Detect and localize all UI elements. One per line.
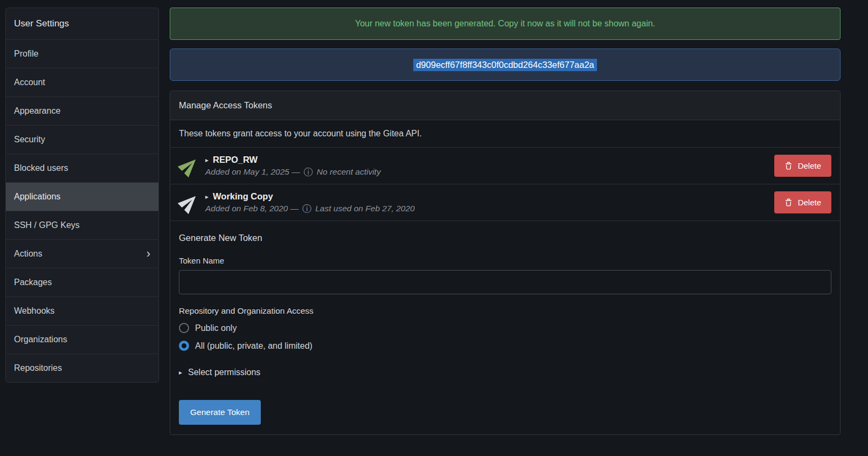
sidebar-item-profile[interactable]: Profile (6, 40, 158, 68)
sidebar-item-actions[interactable]: Actions › (6, 240, 158, 268)
sidebar-item-label: Account (14, 78, 45, 87)
delete-button-label: Delete (798, 198, 821, 207)
sidebar-item-label: Profile (14, 49, 38, 59)
chevron-right-icon: › (147, 250, 150, 258)
token-name: Working Copy (213, 191, 273, 202)
token-name-line[interactable]: ▸ Working Copy (205, 191, 415, 202)
panel-header: Manage Access Tokens (170, 91, 840, 120)
settings-sidebar: User Settings Profile Account Appearance… (5, 8, 159, 383)
radio-button-icon[interactable] (179, 323, 189, 333)
expand-toggle-icon[interactable]: ▸ (205, 193, 209, 201)
form-title: Generate New Token (179, 233, 831, 243)
trash-icon (784, 162, 793, 170)
sidebar-item-label: Actions (14, 249, 42, 259)
sidebar-title: User Settings (6, 8, 158, 40)
info-icon: ⓘ (304, 168, 313, 177)
repo-org-access-label: Repository and Organization Access (179, 306, 831, 316)
select-permissions-toggle[interactable]: ▸ Select permissions (179, 368, 831, 377)
new-token-value[interactable]: d909ecff67f8ff343c0f0cdbd264c33ef677aa2a (413, 59, 597, 71)
token-meta: Added on Feb 8, 2020 — ⓘ Last used on Fe… (205, 204, 415, 213)
main-content: Your new token has been generated. Copy … (170, 8, 841, 435)
radio-all-access[interactable]: All (public, private, and limited) (179, 337, 831, 355)
flash-message: Your new token has been generated. Copy … (355, 19, 655, 29)
sidebar-item-appearance[interactable]: Appearance (6, 97, 158, 126)
generate-token-form: Generate New Token Token Name Repository… (170, 221, 840, 434)
paper-plane-icon (175, 188, 204, 217)
sidebar-item-security[interactable]: Security (6, 126, 158, 154)
sidebar-item-label: Packages (14, 278, 52, 287)
sidebar-item-label: Repositories (14, 363, 62, 373)
new-token-display[interactable]: d909ecff67f8ff343c0f0cdbd264c33ef677aa2a (170, 49, 841, 81)
delete-button-label: Delete (798, 161, 821, 170)
sidebar-item-organizations[interactable]: Organizations (6, 326, 158, 354)
access-tokens-panel: Manage Access Tokens These tokens grant … (170, 91, 841, 435)
radio-button-checked-icon[interactable] (179, 341, 189, 351)
token-info: ▸ Working Copy Added on Feb 8, 2020 — ⓘ … (205, 191, 415, 213)
sidebar-item-applications[interactable]: Applications (6, 183, 158, 211)
delete-token-button[interactable]: Delete (774, 155, 831, 177)
sidebar-item-label: Appearance (14, 106, 60, 116)
sidebar-item-blocked-users[interactable]: Blocked users (6, 154, 158, 183)
token-added-date: Added on Feb 8, 2020 — (205, 204, 298, 213)
paper-plane-icon (175, 151, 204, 181)
sidebar-item-ssh-gpg-keys[interactable]: SSH / GPG Keys (6, 211, 158, 240)
token-info: ▸ REPO_RW Added on May 1, 2025 — ⓘ No re… (205, 155, 381, 177)
sidebar-item-repositories[interactable]: Repositories (6, 354, 158, 382)
sidebar-item-account[interactable]: Account (6, 68, 158, 97)
token-row: ▸ REPO_RW Added on May 1, 2025 — ⓘ No re… (170, 148, 840, 184)
flash-success-banner: Your new token has been generated. Copy … (170, 8, 841, 40)
generate-token-button[interactable]: Generate Token (179, 400, 261, 425)
sidebar-item-label: Organizations (14, 335, 67, 344)
sidebar-item-webhooks[interactable]: Webhooks (6, 297, 158, 326)
trash-icon (784, 198, 793, 207)
token-name-line[interactable]: ▸ REPO_RW (205, 155, 381, 165)
token-last-activity: No recent activity (317, 167, 381, 177)
radio-public-only[interactable]: Public only (179, 319, 831, 337)
expand-toggle-icon: ▸ (179, 369, 182, 376)
sidebar-item-packages[interactable]: Packages (6, 268, 158, 297)
select-permissions-label: Select permissions (188, 368, 260, 377)
expand-toggle-icon[interactable]: ▸ (205, 156, 209, 164)
token-meta: Added on May 1, 2025 — ⓘ No recent activ… (205, 167, 381, 177)
token-row: ▸ Working Copy Added on Feb 8, 2020 — ⓘ … (170, 184, 840, 221)
token-name-input[interactable] (179, 270, 831, 294)
radio-label: All (public, private, and limited) (195, 341, 313, 351)
panel-description: These tokens grant access to your accoun… (170, 120, 840, 148)
sidebar-item-label: Security (14, 135, 45, 144)
sidebar-item-label: SSH / GPG Keys (14, 220, 80, 230)
sidebar-item-label: Applications (14, 192, 60, 202)
radio-label: Public only (195, 323, 237, 333)
sidebar-item-label: Blocked users (14, 163, 68, 173)
settings-page: User Settings Profile Account Appearance… (0, 0, 868, 435)
info-icon: ⓘ (302, 204, 311, 213)
token-last-activity: Last used on Feb 27, 2020 (315, 204, 414, 213)
token-added-date: Added on May 1, 2025 — (205, 167, 300, 177)
token-name-label: Token Name (179, 256, 831, 265)
token-name: REPO_RW (213, 155, 258, 165)
delete-token-button[interactable]: Delete (774, 191, 831, 213)
sidebar-item-label: Webhooks (14, 306, 54, 316)
